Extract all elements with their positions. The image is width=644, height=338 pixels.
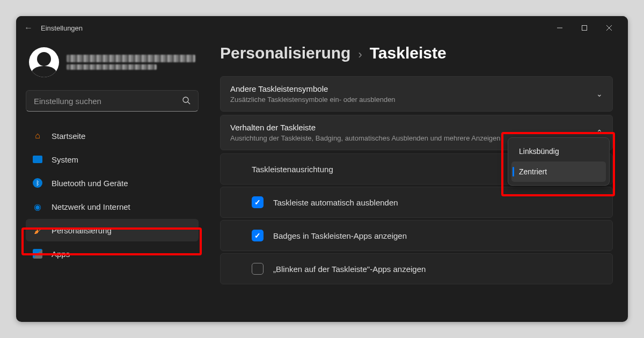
sidebar-item-bluetooth[interactable]: ᛒ Bluetooth und Geräte — [26, 172, 199, 194]
checkbox-row-flash[interactable]: „Blinken auf der Taskleiste"-Apps anzeig… — [220, 253, 613, 284]
alignment-dropdown-popup: Linksbündig Zentriert — [508, 137, 610, 186]
sidebar-item-personalization[interactable]: 🖌 Personalisierung — [26, 219, 199, 241]
sidebar-item-label: System — [52, 155, 78, 164]
user-email-redacted — [67, 64, 157, 70]
checkbox-checked-icon[interactable] — [252, 230, 264, 241]
search-icon — [182, 96, 191, 106]
maximize-button[interactable] — [572, 19, 597, 36]
content-area: Personalisierung › Taskleiste Andere Tas… — [205, 40, 628, 322]
search-input[interactable] — [34, 97, 182, 106]
sidebar-item-label: Apps — [52, 249, 70, 259]
minimize-button[interactable] — [547, 19, 572, 36]
sidebar-item-label: Personalisierung — [52, 226, 112, 235]
breadcrumb: Personalisierung › Taskleiste — [220, 44, 613, 62]
wifi-icon: ◉ — [32, 201, 43, 212]
chevron-down-icon: ⌄ — [596, 90, 603, 98]
checkbox-checked-icon[interactable] — [252, 196, 264, 208]
dropdown-option-left[interactable]: Linksbündig — [511, 141, 606, 161]
dropdown-option-center[interactable]: Zentriert — [511, 161, 606, 182]
system-icon — [32, 154, 43, 165]
bluetooth-icon: ᛒ — [32, 178, 43, 188]
close-button[interactable] — [597, 19, 621, 36]
row-label: Badges in Taskleisten-Apps anzeigen — [273, 231, 407, 240]
option-label: Zentriert — [519, 167, 547, 176]
back-button[interactable]: ← — [23, 23, 34, 33]
user-name-redacted — [67, 55, 195, 62]
sidebar: ⌂ Startseite System ᛒ Bluetooth und Gerä… — [16, 40, 205, 322]
apps-icon — [32, 248, 43, 259]
user-info — [67, 55, 195, 70]
section-title: Andere Taskleistensymbole — [230, 84, 596, 93]
row-label: Taskleiste automatisch ausblenden — [273, 198, 398, 207]
svg-point-4 — [183, 97, 188, 102]
chevron-up-icon: ⌃ — [596, 128, 603, 137]
app-title: Einstellungen — [41, 24, 547, 32]
avatar — [29, 47, 59, 77]
search-box[interactable] — [26, 90, 199, 112]
svg-rect-1 — [582, 26, 587, 31]
titlebar: ← Einstellungen — [16, 16, 628, 40]
section-title: Verhalten der Taskleiste — [230, 123, 596, 132]
sidebar-item-home[interactable]: ⌂ Startseite — [26, 124, 199, 147]
sidebar-item-label: Bluetooth und Geräte — [52, 179, 128, 188]
sidebar-item-network[interactable]: ◉ Netzwerk und Internet — [26, 195, 199, 218]
settings-window: ← Einstellungen — [16, 16, 628, 322]
sidebar-item-label: Netzwerk und Internet — [52, 202, 130, 211]
brush-icon: 🖌 — [32, 225, 43, 236]
checkbox-row-auto-hide[interactable]: Taskleiste automatisch ausblenden — [220, 187, 613, 218]
row-label: Taskleistenausrichtung — [252, 165, 333, 174]
breadcrumb-parent[interactable]: Personalisierung — [220, 44, 350, 62]
window-controls — [547, 19, 621, 36]
section-subtitle: Zusätzliche Taskleistensymbole ein- oder… — [230, 95, 596, 104]
svg-line-5 — [188, 102, 190, 104]
option-label: Linksbündig — [519, 147, 559, 156]
breadcrumb-current: Taskleiste — [370, 44, 447, 62]
row-label: „Blinken auf der Taskleiste"-Apps anzeig… — [273, 264, 426, 274]
sidebar-item-apps[interactable]: Apps — [26, 243, 199, 265]
user-account-block[interactable] — [26, 44, 199, 87]
sidebar-item-system[interactable]: System — [26, 148, 199, 171]
chevron-right-icon: › — [358, 48, 362, 62]
nav-list: ⌂ Startseite System ᛒ Bluetooth und Gerä… — [26, 124, 199, 265]
section-other-icons[interactable]: Andere Taskleistensymbole Zusätzliche Ta… — [220, 76, 613, 112]
home-icon: ⌂ — [32, 130, 43, 141]
checkbox-unchecked-icon[interactable] — [252, 263, 264, 275]
checkbox-row-badges[interactable]: Badges in Taskleisten-Apps anzeigen — [220, 220, 613, 251]
sidebar-item-label: Startseite — [52, 131, 85, 141]
